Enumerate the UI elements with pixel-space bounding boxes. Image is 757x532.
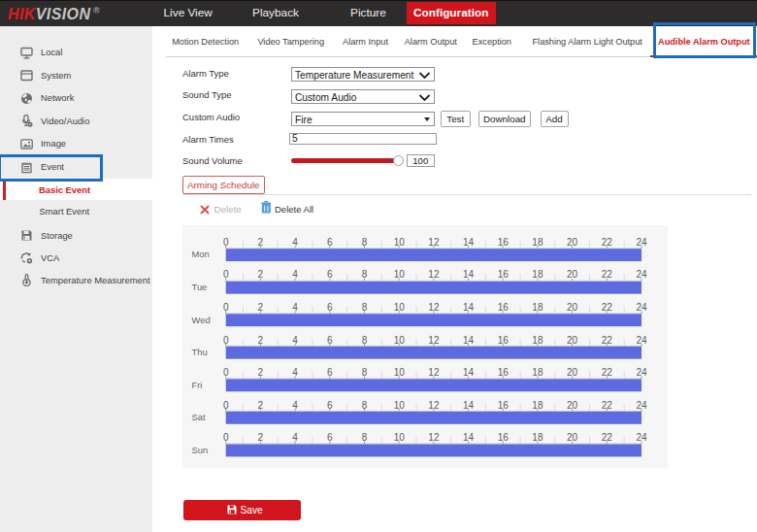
svg-text:10: 10: [394, 269, 406, 280]
svg-text:18: 18: [532, 269, 543, 280]
svg-text:0: 0: [223, 269, 229, 280]
svg-text:Sat: Sat: [192, 412, 206, 422]
svg-text:4: 4: [292, 269, 298, 280]
svg-text:Fri: Fri: [192, 379, 203, 389]
svg-text:16: 16: [498, 269, 510, 280]
svg-text:14: 14: [463, 269, 475, 280]
svg-text:Sun: Sun: [192, 444, 209, 454]
svg-text:22: 22: [602, 269, 613, 280]
svg-text:20: 20: [567, 269, 578, 280]
svg-text:Thu: Thu: [192, 347, 208, 357]
svg-text:Wed: Wed: [192, 314, 211, 324]
svg-text:24: 24: [636, 269, 647, 280]
svg-text:2: 2: [258, 269, 264, 280]
svg-text:12: 12: [428, 269, 440, 280]
svg-text:6: 6: [327, 269, 333, 280]
svg-text:Mon: Mon: [192, 249, 210, 259]
svg-text:Tue: Tue: [192, 282, 208, 292]
svg-text:8: 8: [362, 269, 368, 280]
